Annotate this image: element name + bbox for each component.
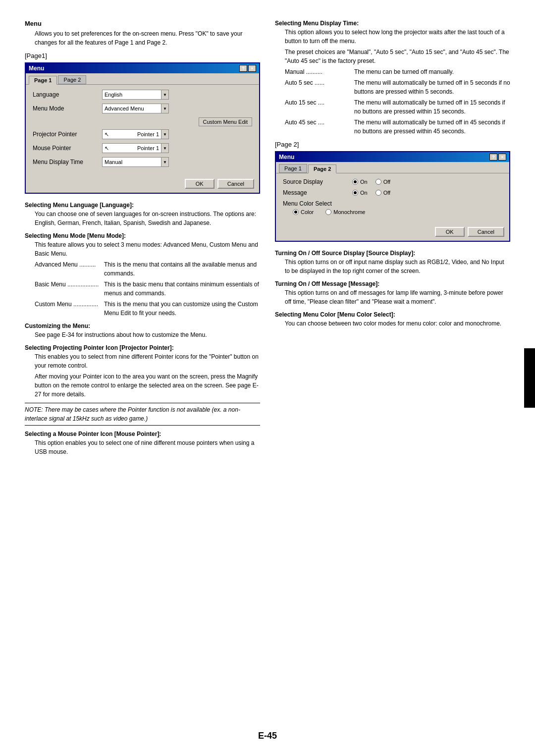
menu-mode-select[interactable]: Advanced Menu [102, 104, 161, 113]
advanced-menu-desc: This is the menu that contains all the a… [104, 260, 260, 278]
menu-dialog-page1: Menu ? × Page 1 Page 2 Language [25, 62, 260, 194]
mouse-pointer-section: Selecting a Mouse Pointer Icon [Mouse Po… [25, 431, 260, 456]
dialog1-close-btn[interactable]: × [248, 65, 256, 72]
selecting-language-heading: Selecting Menu Language [Language]: [25, 202, 260, 209]
side-tab [524, 348, 535, 408]
mouse-pointer-select[interactable]: ↖ Pointer 1 [102, 143, 161, 153]
dialog2-close-btn[interactable]: × [498, 154, 506, 161]
projector-pointer-select[interactable]: ↖ Pointer 1 [102, 129, 161, 139]
mouse-pointer-label: Mouse Pointer [33, 145, 102, 152]
source-off-radio[interactable]: Off [375, 179, 390, 185]
language-label: Language [33, 91, 102, 98]
source-on-circle [352, 179, 358, 185]
customizing-text: See page E-34 for instructions about how… [25, 330, 260, 339]
right-column: Selecting Menu Display Time: This option… [275, 20, 510, 461]
projector-pointer-arrow[interactable]: ▼ [161, 129, 169, 139]
projector-pointer-heading: Selecting Projecting Pointer Icon [Proje… [25, 344, 260, 351]
message-heading: Turning On / Off Message [Message]: [275, 280, 510, 287]
dialog2-body: Source Display On Off [276, 173, 509, 224]
source-display-row: Source Display On Off [283, 178, 502, 185]
display-time-text2: The preset choices are "Manual", "Auto 5… [275, 48, 510, 65]
color-circle [293, 209, 299, 215]
source-display-radios: On Off [352, 179, 502, 185]
message-off-circle [375, 190, 381, 196]
message-off-radio[interactable]: Off [375, 190, 390, 196]
language-select[interactable]: English [102, 90, 161, 100]
language-value: English [105, 92, 122, 98]
monochrome-radio[interactable]: Monochrome [325, 209, 365, 215]
color-label: Color [301, 209, 314, 215]
projector-pointer-section: Selecting Projecting Pointer Icon [Proje… [25, 344, 260, 426]
source-display-section: Turning On / Off Source Display [Source … [275, 250, 510, 275]
menu-mode-value: Advanced Menu [105, 106, 144, 111]
dialog1-title: Menu [29, 65, 44, 72]
custom-menu-edit-btn[interactable]: Custom Menu Edit [199, 117, 252, 126]
menu-color-text: You can choose between two color modes f… [275, 319, 510, 328]
color-radio[interactable]: Color [293, 209, 314, 215]
mouse-pointer-text: This option enables you to select one of… [25, 438, 260, 456]
selecting-mode-section: Selecting Menu Mode [Menu Mode]: This fe… [25, 232, 260, 318]
dialog2-tab-page2[interactable]: Page 2 [308, 164, 336, 173]
menu-intro: Allows you to set preferences for the on… [25, 29, 260, 47]
dialog2-help-btn[interactable]: ? [489, 154, 497, 161]
selecting-mode-text: This feature allows you to select 3 menu… [25, 240, 260, 258]
dialog1-titlebar-buttons: ? × [239, 65, 256, 72]
customizing-heading: Customizing the Menu: [25, 323, 260, 329]
auto15-desc: The menu will automatically be turned of… [354, 98, 510, 116]
manual-desc: The menu can be turned off manually. [354, 67, 510, 76]
custom-menu-def: Custom Menu ............... This is the … [35, 300, 260, 318]
note-text: NOTE: There may be cases where the Point… [25, 403, 260, 426]
dialog1-ok-btn[interactable]: OK [185, 179, 214, 189]
source-off-label: Off [383, 179, 390, 185]
auto5-desc: The menu will automatically be turned of… [354, 78, 510, 96]
projector-pointer-text2: After moving your Pointer icon to the ar… [25, 372, 260, 399]
menu-mode-arrow[interactable]: ▼ [161, 104, 169, 113]
display-time-heading: Selecting Menu Display Time: [275, 20, 510, 27]
dialog2-tab-page1[interactable]: Page 1 [279, 164, 307, 173]
menu-color-select-label: Menu Color Select [283, 200, 502, 207]
projector-pointer-text1: This enables you to select from nine dif… [25, 352, 260, 370]
menu-color-desc-section: Selecting Menu Color [Menu Color Select]… [275, 311, 510, 328]
message-text: This option turns on and off messages fo… [275, 288, 510, 306]
source-off-circle [375, 179, 381, 185]
display-time-arrow[interactable]: ▼ [161, 157, 169, 167]
dialog1-help-btn[interactable]: ? [239, 65, 247, 72]
message-on-circle [352, 190, 358, 196]
dialog2-title: Menu [279, 154, 294, 161]
dialog1-tab-page2[interactable]: Page 2 [58, 75, 86, 84]
dialog1-tab-page1[interactable]: Page 1 [29, 76, 57, 85]
menu-mode-label: Menu Mode [33, 105, 102, 112]
menu-color-options: Color Monochrome [283, 209, 502, 215]
dialog2-ok-btn[interactable]: OK [435, 227, 465, 237]
monochrome-label: Monochrome [333, 209, 365, 215]
manual-term: Manual .......... [285, 67, 354, 76]
auto45-term: Auto 45 sec .... [285, 118, 354, 136]
custom-menu-row: Custom Menu Edit [33, 117, 252, 126]
language-arrow[interactable]: ▼ [161, 90, 169, 100]
selecting-language-text: You can choose one of seven languages fo… [25, 210, 260, 227]
source-on-radio[interactable]: On [352, 179, 368, 185]
basic-menu-desc: This is the basic menu that contains min… [104, 280, 260, 298]
basic-menu-term: Basic Menu ................... [35, 280, 104, 298]
menu-mode-control: Advanced Menu ▼ [102, 104, 252, 113]
mouse-pointer-arrow[interactable]: ▼ [161, 143, 169, 153]
pointer-icon2: ↖ [105, 145, 109, 152]
display-time-row: Menu Display Time Manual ▼ [33, 157, 252, 167]
menu-dialog-page2: Menu ? × Page 1 Page 2 Source Display [275, 151, 510, 242]
dialog2-titlebar: Menu ? × [276, 152, 509, 162]
dialog1-cancel-btn[interactable]: Cancel [217, 179, 254, 189]
pointer-icon1: ↖ [105, 131, 109, 138]
time-options: Manual .......... The menu can be turned… [275, 67, 510, 136]
language-control: English ▼ [102, 90, 252, 100]
source-display-heading: Turning On / Off Source Display [Source … [275, 250, 510, 257]
dialog2-cancel-btn[interactable]: Cancel [468, 227, 504, 237]
message-on-radio[interactable]: On [352, 190, 368, 196]
dialog1-footer: OK Cancel [26, 176, 259, 193]
source-display-text: This option turns on or off input name d… [275, 258, 510, 275]
source-on-label: On [360, 179, 368, 185]
projector-pointer-row: Projector Pointer ↖ Pointer 1 ▼ [33, 129, 252, 139]
auto15-option: Auto 15 sec .... The menu will automatic… [285, 98, 510, 116]
basic-menu-def: Basic Menu ................... This is t… [35, 280, 260, 298]
mouse-pointer-control: ↖ Pointer 1 ▼ [102, 143, 252, 153]
display-time-select[interactable]: Manual [102, 157, 161, 167]
